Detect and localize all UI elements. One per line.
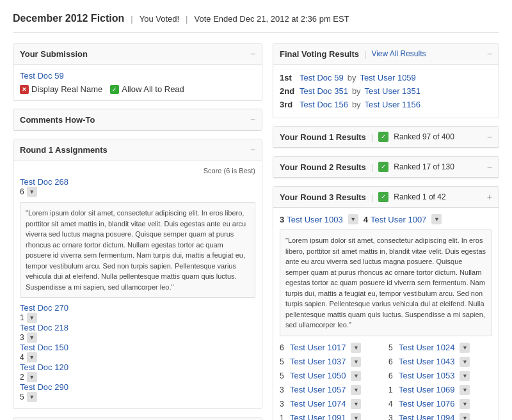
result-doc-link[interactable]: Test Doc 351 — [300, 86, 348, 96]
grid-dropdown[interactable]: ▼ — [351, 399, 361, 409]
user-grid-row-left: 6 Test User 1017 ▼ — [280, 341, 383, 354]
round1-main-dropdown[interactable]: ▼ — [27, 187, 37, 197]
user-grid-row-left: 5 Test User 1050 ▼ — [280, 369, 383, 382]
grid-dropdown2[interactable]: ▼ — [460, 357, 470, 367]
submission-panel-header[interactable]: Your Submission − — [13, 43, 262, 65]
view-all-link[interactable]: View All Results — [371, 49, 426, 58]
result-doc-link[interactable]: Test Doc 59 — [300, 73, 344, 82]
round3-check-icon: ✓ — [378, 192, 388, 202]
round1-panel-header[interactable]: Round 1 Assignments − — [13, 139, 262, 160]
round1-results-header[interactable]: Your Round 1 Results | ✓ Ranked 97 of 40… — [273, 127, 499, 148]
doc-dropdown[interactable]: ▼ — [27, 352, 37, 362]
round2-results-collapse[interactable]: − — [487, 162, 492, 172]
round2-ranked-text: Ranked 17 of 130 — [394, 162, 454, 171]
user-grid-row-left: 3 Test User 1057 ▼ — [280, 384, 383, 396]
doc-dropdown[interactable]: ▼ — [27, 372, 37, 382]
doc-link[interactable]: Test Doc 218 — [20, 323, 68, 332]
doc-dropdown[interactable]: ▼ — [27, 332, 37, 343]
voted-label: You Voted! — [140, 14, 179, 24]
round2-panel-header[interactable]: Round 2 Assignments − — [13, 417, 262, 420]
grid-user-link[interactable]: Test User 1057 — [290, 385, 346, 394]
doc-link[interactable]: Test Doc 120 — [20, 362, 68, 372]
allow-all-label: Allow All to Read — [122, 84, 184, 94]
grid-dropdown[interactable]: ▼ — [351, 371, 361, 381]
round3-results-header[interactable]: Your Round 3 Results | ✓ Ranked 1 of 42 … — [273, 187, 499, 208]
grid-user-link2[interactable]: Test User 1024 — [399, 343, 454, 352]
round1-check-icon: ✓ — [378, 132, 388, 142]
result-user-link[interactable]: Test User 1351 — [365, 86, 420, 96]
round1-panel: Round 1 Assignments − Score (6 is Best) … — [13, 139, 262, 409]
result-doc-link[interactable]: Test Doc 156 — [300, 100, 348, 109]
round3-results-collapse[interactable]: + — [487, 192, 492, 202]
comments-panel: Comments How-To − — [13, 109, 262, 131]
final-voting-header[interactable]: Final Voting Results | View All Results … — [273, 43, 499, 65]
comments-panel-header[interactable]: Comments How-To − — [13, 109, 262, 130]
grid-user-link[interactable]: Test User 1091 — [290, 413, 346, 420]
grid-score2: 3 — [388, 414, 396, 421]
comments-collapse-btn[interactable]: − — [250, 114, 255, 125]
round1-title: Round 1 Assignments — [20, 145, 108, 155]
user-link[interactable]: Test User 1007 — [371, 215, 426, 224]
grid-dropdown2[interactable]: ▼ — [460, 413, 470, 421]
grid-user-link[interactable]: Test User 1017 — [290, 343, 346, 352]
round1-collapse-btn[interactable]: − — [250, 144, 255, 155]
grid-dropdown[interactable]: ▼ — [351, 357, 361, 367]
result-user-link[interactable]: Test User 1156 — [365, 100, 420, 109]
grid-dropdown[interactable]: ▼ — [351, 413, 361, 421]
round3-results-title: Your Round 3 Results — [280, 192, 366, 202]
table-row: Test Doc 150 4 ▼ — [20, 343, 255, 362]
grid-score: 5 — [280, 357, 287, 366]
user-link[interactable]: Test User 1003 — [287, 215, 342, 224]
doc-link[interactable]: Test Doc 150 — [20, 343, 68, 352]
grid-score: 3 — [280, 385, 287, 394]
doc-dropdown[interactable]: ▼ — [27, 392, 37, 402]
submission-doc-link[interactable]: Test Doc 59 — [20, 71, 64, 81]
score-label: Score (6 is Best) — [204, 167, 255, 175]
page-container: December 2012 Fiction | You Voted! | Vot… — [0, 0, 512, 420]
grid-user-link2[interactable]: Test User 1043 — [399, 357, 454, 366]
submission-panel: Your Submission − Test Doc 59 ✕ Display … — [13, 43, 262, 101]
grid-user-link2[interactable]: Test User 1053 — [399, 371, 454, 380]
result-user-link[interactable]: Test User 1059 — [360, 73, 415, 82]
display-real-label: Display Real Name — [31, 84, 102, 94]
final-voting-header-row: Final Voting Results | View All Results — [280, 49, 426, 59]
user-grid-row-right: 5 Test User 1024 ▼ — [388, 341, 492, 354]
round2-results-header[interactable]: Your Round 2 Results | ✓ Ranked 17 of 13… — [273, 157, 499, 178]
submission-title: Your Submission — [20, 49, 88, 59]
grid-user-link2[interactable]: Test User 1069 — [399, 385, 454, 394]
user-dropdown[interactable]: ▼ — [348, 214, 358, 224]
grid-user-link[interactable]: Test User 1074 — [290, 399, 346, 408]
grid-dropdown2[interactable]: ▼ — [460, 399, 470, 409]
doc-link[interactable]: Test Doc 290 — [20, 382, 68, 392]
by-text: by — [352, 86, 361, 96]
grid-dropdown2[interactable]: ▼ — [460, 343, 470, 353]
submission-collapse-btn[interactable]: − — [250, 49, 255, 59]
round2-results-header-row: Your Round 2 Results | ✓ Ranked 17 of 13… — [280, 162, 454, 172]
round3-lorem-text: "Lorem ipsum dolor sit amet, consectetur… — [280, 229, 492, 336]
user-dropdown[interactable]: ▼ — [431, 214, 442, 224]
grid-user-link2[interactable]: Test User 1094 — [399, 413, 454, 420]
doc-score: 5 — [20, 393, 24, 401]
doc-score: 4 — [20, 353, 24, 362]
grid-dropdown2[interactable]: ▼ — [460, 385, 470, 395]
round3-users-grid: 6 Test User 1017 ▼ 5 Test User 1024 ▼ 5 … — [280, 341, 492, 421]
round1-results-header-row: Your Round 1 Results | ✓ Ranked 97 of 40… — [280, 132, 454, 142]
r1-sep: | — [371, 132, 373, 142]
round1-ranked-badge: ✓ Ranked 97 of 400 — [378, 132, 454, 142]
place-label: 3rd — [280, 100, 296, 109]
doc-link[interactable]: Test Doc 270 — [20, 303, 68, 313]
user-grid-row-right: 6 Test User 1053 ▼ — [388, 369, 492, 382]
grid-dropdown[interactable]: ▼ — [351, 385, 361, 395]
grid-user-link2[interactable]: Test User 1076 — [399, 399, 454, 408]
final-voting-collapse[interactable]: − — [487, 49, 492, 59]
comments-title: Comments How-To — [20, 115, 95, 125]
grid-dropdown[interactable]: ▼ — [351, 343, 361, 353]
round1-results-collapse[interactable]: − — [487, 132, 492, 142]
doc-dropdown[interactable]: ▼ — [27, 313, 37, 323]
grid-dropdown2[interactable]: ▼ — [460, 371, 470, 381]
grid-user-link[interactable]: Test User 1050 — [290, 371, 346, 380]
place-label: 2nd — [280, 86, 296, 96]
grid-user-link[interactable]: Test User 1037 — [290, 357, 346, 366]
round1-main-doc-link[interactable]: Test Doc 268 — [20, 177, 68, 187]
by-text: by — [348, 73, 356, 82]
